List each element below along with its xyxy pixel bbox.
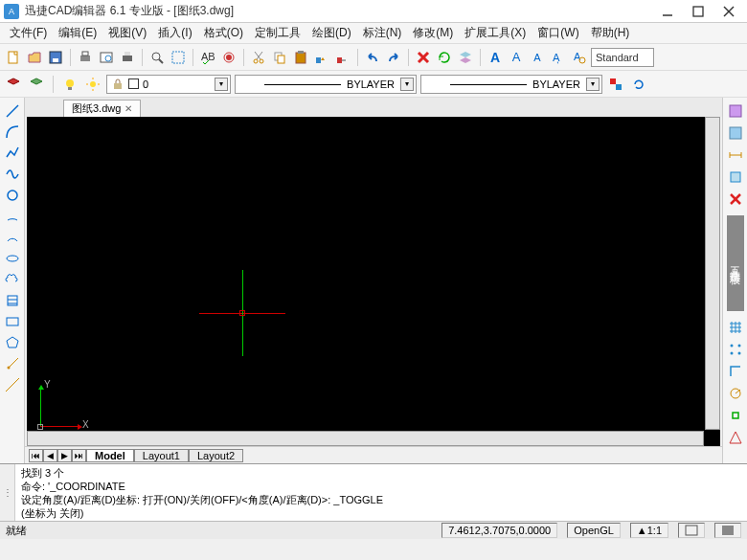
menu-view[interactable]: 视图(V)	[102, 23, 152, 43]
line-icon[interactable]	[3, 101, 22, 121]
delete-x-icon[interactable]	[726, 190, 745, 209]
spellcheck-icon[interactable]: ABC	[198, 48, 217, 67]
lineweight-combo[interactable]: BYLAYER ▾	[420, 75, 602, 94]
status-annoscale[interactable]: ▲ 1:1	[630, 523, 668, 538]
chevron-down-icon[interactable]: ▾	[400, 78, 414, 91]
scrollbar-horizontal[interactable]	[27, 431, 704, 446]
erase-icon[interactable]	[414, 48, 433, 67]
color-picker-icon[interactable]	[606, 75, 625, 94]
rectangle-icon[interactable]	[3, 312, 22, 331]
plot-icon[interactable]	[118, 48, 137, 67]
text-find-icon[interactable]: A	[570, 48, 589, 67]
matchprop-icon[interactable]	[312, 48, 331, 67]
osnap-icon[interactable]	[726, 406, 745, 425]
layers-pane-icon[interactable]	[726, 123, 745, 143]
snap-toggle-icon[interactable]	[726, 340, 745, 359]
linetype-combo[interactable]: BYLAYER ▾	[235, 75, 417, 94]
nav-next-icon[interactable]: ▶	[57, 449, 72, 462]
menu-ext[interactable]: 扩展工具(X)	[459, 23, 532, 43]
grid-toggle-icon[interactable]	[726, 318, 745, 337]
document-tab[interactable]: 图纸3.dwg ✕	[63, 100, 141, 117]
close-button[interactable]	[722, 5, 736, 18]
maximize-button[interactable]	[691, 5, 705, 18]
refresh-icon[interactable]	[435, 48, 454, 67]
tab-layout1[interactable]: Layout1	[134, 449, 189, 462]
menu-file[interactable]: 文件(F)	[4, 23, 53, 43]
arc2-icon[interactable]	[3, 228, 22, 247]
menu-insert[interactable]: 插入(I)	[152, 23, 197, 43]
menu-help[interactable]: 帮助(H)	[585, 23, 636, 43]
menu-modify[interactable]: 修改(M)	[407, 23, 459, 43]
props-pane-icon[interactable]	[726, 101, 745, 121]
hatch-icon[interactable]	[3, 291, 22, 310]
area-icon[interactable]	[726, 168, 745, 187]
sun-icon[interactable]	[83, 75, 102, 94]
print-icon[interactable]	[76, 48, 95, 67]
scrollbar-vertical[interactable]	[705, 117, 720, 430]
status-toggle2[interactable]	[714, 523, 741, 538]
cmd-prompt[interactable]: 命令:	[21, 520, 743, 521]
save-icon[interactable]	[46, 48, 65, 67]
tool-misc-icon[interactable]	[726, 428, 745, 447]
revcloud-icon[interactable]	[3, 270, 22, 289]
open-icon[interactable]	[25, 48, 44, 67]
chevron-down-icon[interactable]: ▾	[586, 78, 600, 91]
textstyle-combo[interactable]: Standard	[591, 48, 654, 67]
new-icon[interactable]	[4, 48, 23, 67]
tab-model[interactable]: Model	[86, 449, 134, 462]
text-a3-icon[interactable]: A	[528, 48, 547, 67]
redo-icon[interactable]	[384, 48, 403, 67]
minimize-button[interactable]	[661, 5, 674, 18]
cmd-handle-icon[interactable]: ⋮	[0, 464, 15, 521]
nav-first-icon[interactable]: ⏮	[29, 449, 43, 462]
status-opengl[interactable]: OpenGL	[567, 523, 621, 538]
paste-icon[interactable]	[291, 48, 310, 67]
menu-custom[interactable]: 定制工具	[249, 23, 306, 43]
ellipse-icon[interactable]	[3, 249, 22, 268]
layer-state-icon[interactable]	[27, 75, 46, 94]
status-toggle1[interactable]	[678, 523, 705, 538]
distance-icon[interactable]	[726, 146, 745, 165]
refresh2-icon[interactable]	[629, 75, 648, 94]
menu-format[interactable]: 格式(O)	[198, 23, 249, 43]
chevron-down-icon[interactable]: ▾	[215, 78, 228, 91]
polar-icon[interactable]	[726, 384, 745, 403]
polygon-icon[interactable]	[3, 333, 22, 352]
matchprop2-icon[interactable]	[333, 48, 352, 67]
copy-icon[interactable]	[270, 48, 289, 67]
undo-icon[interactable]	[363, 48, 382, 67]
layer-combo[interactable]: 0 ▾	[106, 75, 231, 94]
tools-icon[interactable]	[219, 48, 238, 67]
ray-icon[interactable]	[3, 354, 22, 373]
bulb-icon[interactable]	[60, 75, 79, 94]
close-tab-icon[interactable]: ✕	[124, 103, 132, 114]
menu-draw[interactable]: 绘图(D)	[306, 23, 357, 43]
select-all-icon[interactable]	[169, 48, 188, 67]
modify-toolbar: 工具选项板	[722, 98, 747, 463]
layer-tool-icon[interactable]	[456, 48, 475, 67]
text-a1-icon[interactable]: A	[486, 48, 505, 67]
tool-palette-tab[interactable]: 工具选项板	[727, 215, 744, 311]
status-coords[interactable]: 7.4612,3.7075,0.0000	[441, 523, 557, 538]
cut-icon[interactable]	[249, 48, 268, 67]
find-icon[interactable]	[147, 48, 167, 67]
spline-icon[interactable]	[3, 165, 22, 184]
print-preview-icon[interactable]	[97, 48, 116, 67]
nav-prev-icon[interactable]: ◀	[43, 449, 57, 462]
text-a2-icon[interactable]: A	[507, 48, 526, 67]
circle-icon[interactable]	[3, 186, 22, 205]
menu-edit[interactable]: 编辑(E)	[53, 23, 102, 43]
text-style-icon[interactable]: Aͅ	[549, 48, 568, 67]
ortho-icon[interactable]	[726, 362, 745, 381]
menu-window[interactable]: 窗口(W)	[532, 23, 584, 43]
menu-dim[interactable]: 标注(N)	[357, 23, 408, 43]
tab-layout2[interactable]: Layout2	[189, 449, 243, 462]
command-window[interactable]: ⋮ 找到 3 个 命令: '_COORDINATE 设定角度(A)/距离(D)坐…	[0, 463, 747, 521]
arc-icon[interactable]	[3, 123, 22, 142]
xline-icon[interactable]	[3, 375, 22, 394]
ellipse-arc-icon[interactable]	[3, 207, 22, 226]
layer-manager-icon[interactable]	[4, 75, 23, 94]
nav-last-icon[interactable]: ⏭	[72, 449, 86, 462]
drawing-canvas[interactable]: Y X	[27, 117, 720, 446]
polyline-icon[interactable]	[3, 144, 22, 163]
